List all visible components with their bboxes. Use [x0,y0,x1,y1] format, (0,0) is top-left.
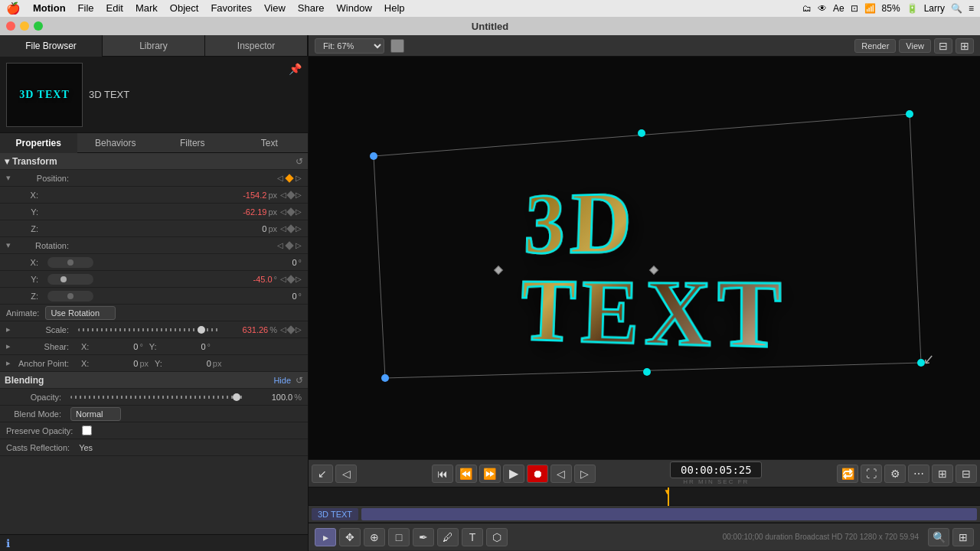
select-tool[interactable]: ▸ [315,528,336,546]
menu-edit[interactable]: Edit [100,0,129,17]
transform-section-header[interactable]: Transform ↺ [0,153,308,170]
rotation-left-arrow[interactable]: ◁ [277,241,283,249]
rotation-z-value[interactable]: 0 [251,292,297,301]
go-prev-frame[interactable]: ◁ [335,465,357,483]
scale-chevron[interactable] [6,324,11,334]
rotation-x-value[interactable]: 0 [251,258,297,267]
ry-right-arrow[interactable]: ▷ [296,275,302,283]
position-x-keyframe[interactable] [286,191,295,199]
sub-tab-filters[interactable]: Filters [154,133,231,153]
fullscreen-button[interactable] [34,21,43,31]
record-button[interactable]: ⏺ [527,465,548,483]
menu-window[interactable]: Window [331,0,378,17]
split-view-icon[interactable]: ⊞ [956,38,974,54]
position-y-value[interactable]: -62.19 [220,207,266,217]
shear-chevron[interactable] [6,341,11,351]
preserve-opacity-checkbox[interactable] [82,425,92,435]
shear-x-value[interactable]: 0 [92,342,138,351]
next-frame[interactable]: ▷ [574,465,596,483]
timecode-display[interactable]: 00:00:05:25 [670,461,762,478]
pin-icon[interactable]: 📌 [289,63,302,75]
rotation-z-slider[interactable] [47,291,93,302]
tab-file-browser[interactable]: File Browser [0,35,103,57]
mask-tool[interactable]: □ [388,528,410,546]
rotation-y-value[interactable]: -45.0 [227,275,273,284]
hide-button[interactable]: Hide [273,376,291,385]
blending-section-header[interactable]: Blending Hide ↺ [0,372,308,389]
play-button[interactable]: ▶ [503,465,524,483]
scale-keyframe[interactable] [286,325,295,334]
timeline-track-bar[interactable] [361,508,977,520]
loop-icon[interactable]: 🔁 [837,465,858,483]
menu-file[interactable]: File [72,0,100,17]
rotation-right-arrow[interactable]: ▷ [296,241,302,249]
scale-track[interactable] [78,328,219,331]
pen-tool[interactable]: ✒ [413,528,434,546]
info-icon[interactable]: ℹ [6,537,10,549]
color-picker-icon[interactable] [390,39,404,53]
position-chevron[interactable] [6,173,11,183]
rotation-y-slider[interactable] [47,274,93,285]
menu-help[interactable]: Help [378,0,411,17]
rotation-chevron[interactable] [6,240,11,250]
position-z-value[interactable]: 0 [220,224,266,233]
position-x-value[interactable]: -154.2 [220,191,266,200]
scale-left-arrow[interactable]: ◁ [280,325,286,334]
blend-mode-dropdown[interactable]: Normal Multiply Screen Overlay [70,407,121,421]
list-icon[interactable]: ≡ [969,3,974,14]
ry-left-arrow[interactable]: ◁ [280,275,286,283]
grid-icon[interactable]: ⊞ [932,465,953,483]
menu-motion[interactable]: Motion [27,0,72,17]
extra-icon[interactable]: ⊟ [956,465,977,483]
shape-tool[interactable]: ⬡ [486,528,508,546]
position-left-arrow[interactable]: ◁ [277,174,283,182]
apple-menu[interactable]: 🍎 [6,2,21,15]
text-tool[interactable]: T [462,528,483,546]
menu-share[interactable]: Share [292,0,331,17]
sub-tab-properties[interactable]: Properties [0,133,77,153]
menu-mark[interactable]: Mark [129,0,164,17]
position-y-keyframe[interactable] [286,207,295,216]
render-button[interactable]: Render [854,39,896,53]
y-right-arrow[interactable]: ▷ [296,207,302,216]
animate-dropdown[interactable]: Use Rotation Quaternion [45,306,116,320]
go-to-start[interactable]: ⏮ [432,465,453,483]
rotation-keyframe-diamond[interactable] [285,241,293,249]
go-forward[interactable]: ⏩ [479,465,501,483]
menu-object[interactable]: Object [164,0,205,17]
menu-favorites[interactable]: Favorites [204,0,257,17]
opacity-track[interactable] [70,396,243,399]
go-back[interactable]: ⏪ [456,465,477,483]
canvas[interactable]: 3D TEXT [309,57,980,459]
menu-view[interactable]: View [258,0,292,17]
transform-reset-icon[interactable]: ↺ [296,156,303,167]
blending-reset-icon[interactable]: ↺ [296,375,303,386]
tab-inspector[interactable]: Inspector [205,35,308,57]
properties-panel[interactable]: Transform ↺ Position: ◁ ▷ X: [0,153,308,534]
more-icon[interactable]: ⋯ [908,465,929,483]
tab-library[interactable]: Library [103,35,205,57]
close-button[interactable] [6,21,15,31]
view-button[interactable]: View [899,39,931,53]
z-right-arrow[interactable]: ▷ [296,224,302,233]
zoom-tool[interactable]: 🔍 [928,528,949,546]
sub-tab-text[interactable]: Text [231,133,309,153]
shear-y-value[interactable]: 0 [160,342,206,351]
x-right-arrow[interactable]: ▷ [296,191,302,199]
timeline-zoom-in[interactable]: ↙ [312,465,333,483]
move-tool[interactable]: ✥ [339,528,361,546]
z-left-arrow[interactable]: ◁ [280,224,286,233]
position-keyframe-diamond[interactable] [285,174,293,182]
paint-tool[interactable]: 🖊 [437,528,459,546]
anchor-chevron[interactable] [6,358,11,368]
search-icon[interactable]: 🔍 [951,3,962,14]
scale-right-arrow[interactable]: ▷ [296,325,302,334]
prev-frame[interactable]: ◁ [550,465,572,483]
fit-dropdown[interactable]: Fit: 67% Fit: 100% Fit: 50% Fit: 25% [315,38,384,54]
minimize-button[interactable] [20,21,29,31]
rotation-y-keyframe[interactable] [286,275,295,283]
fullscreen-icon[interactable]: ⛶ [861,465,882,483]
settings-icon[interactable]: ⚙ [884,465,906,483]
y-left-arrow[interactable]: ◁ [280,207,286,216]
transform-tool[interactable]: ⊕ [364,528,385,546]
